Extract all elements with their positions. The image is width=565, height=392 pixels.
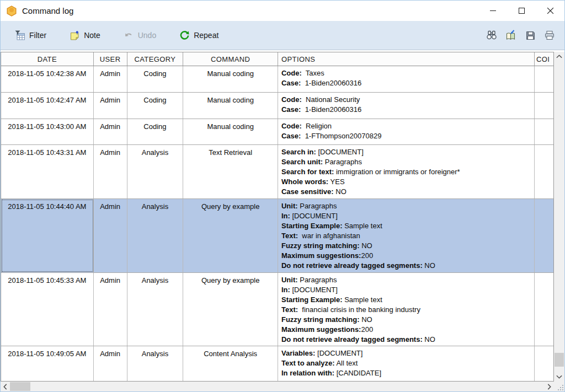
window-title: Command log <box>22 6 73 15</box>
row-computer <box>535 346 553 381</box>
row-options: Search in: [DOCUMENT]Search unit: Paragr… <box>278 145 535 198</box>
close-button[interactable] <box>536 1 564 21</box>
row-category: Coding <box>127 119 184 144</box>
repeat-button[interactable]: Repeat <box>176 28 222 43</box>
chevron-down-icon <box>556 375 562 379</box>
printer-icon <box>544 30 555 41</box>
filter-button[interactable]: Filter <box>12 28 50 43</box>
row-command: Manual coding <box>183 66 278 92</box>
row-category: Analysis <box>127 346 184 381</box>
vertical-scrollbar-thumb[interactable] <box>555 353 564 367</box>
minimize-icon <box>490 10 496 11</box>
titlebar: Command log <box>1 1 564 21</box>
close-icon <box>547 7 554 14</box>
row-options: Code: ReligionCase: 1-FThompson20070829 <box>278 119 535 144</box>
row-computer <box>535 119 553 144</box>
row-category: Coding <box>127 66 184 92</box>
row-computer <box>535 273 553 346</box>
row-command: Manual coding <box>183 119 278 144</box>
row-date: 2018-11-05 10:42:47 AM <box>1 93 94 119</box>
scroll-up-button[interactable] <box>554 52 564 61</box>
filter-label: Filter <box>29 31 46 40</box>
repeat-icon <box>179 30 190 41</box>
undo-label: Undo <box>138 31 156 40</box>
row-date: 2018-11-05 10:44:40 AM <box>1 199 94 272</box>
app-logo-icon <box>6 6 17 17</box>
table-row[interactable]: 2018-11-05 10:43:31 AMAdminAnalysisText … <box>1 145 553 199</box>
column-header-category[interactable]: CATEGORY <box>127 52 184 66</box>
note-label: Note <box>84 31 100 40</box>
chevron-right-icon <box>547 384 551 390</box>
book-import-icon <box>505 30 516 41</box>
column-header-date[interactable]: DATE <box>1 52 94 66</box>
row-date: 2018-11-05 10:49:05 AM <box>1 346 94 381</box>
resize-grip[interactable] <box>554 382 564 391</box>
table-row[interactable]: 2018-11-05 10:44:40 AMAdminAnalysisQuery… <box>1 199 553 273</box>
binoculars-icon <box>486 30 497 41</box>
row-user: Admin <box>94 199 127 272</box>
note-button[interactable]: Note <box>66 28 104 43</box>
column-header-user[interactable]: USER <box>94 52 127 66</box>
column-header-computer[interactable]: COI <box>535 52 553 66</box>
table-row[interactable]: 2018-11-05 10:49:05 AMAdminAnalysisConte… <box>1 346 553 382</box>
toolbar: Filter Note Undo Repeat <box>1 21 564 50</box>
row-computer <box>535 93 553 119</box>
row-computer <box>535 66 553 92</box>
command-log-window: Command log Filter <box>0 0 565 392</box>
row-command: Query by example <box>183 273 278 346</box>
load-log-button[interactable] <box>505 29 517 41</box>
save-button[interactable] <box>524 29 536 41</box>
row-date: 2018-11-05 10:42:38 AM <box>1 66 94 92</box>
table-row[interactable]: 2018-11-05 10:45:33 AMAdminAnalysisQuery… <box>1 273 553 346</box>
find-button[interactable] <box>486 29 498 41</box>
row-command: Content Analysis <box>183 346 278 381</box>
scroll-left-button[interactable] <box>1 382 10 391</box>
row-user: Admin <box>94 66 127 92</box>
row-user: Admin <box>94 93 127 119</box>
maximize-button[interactable] <box>507 1 536 21</box>
row-command: Query by example <box>183 199 278 272</box>
column-header-options[interactable]: OPTIONS <box>278 52 535 66</box>
command-log-table: DATE USER CATEGORY COMMAND OPTIONS COI 2… <box>1 52 554 382</box>
minimize-button[interactable] <box>478 1 507 21</box>
row-user: Admin <box>94 273 127 346</box>
scroll-right-button[interactable] <box>545 382 554 391</box>
row-category: Analysis <box>127 273 184 346</box>
row-computer <box>535 145 553 198</box>
row-command: Manual coding <box>183 93 278 119</box>
row-options: Code: National SecurityCase: 1-Biden2006… <box>278 93 535 119</box>
undo-icon <box>124 30 134 41</box>
horizontal-scrollbar[interactable] <box>1 382 554 391</box>
row-options: Unit: ParagraphsIn: [DOCUMENT]Starting E… <box>278 273 535 346</box>
horizontal-scrollbar-thumb[interactable] <box>10 382 30 391</box>
scroll-down-button[interactable] <box>554 372 564 382</box>
undo-button[interactable]: Undo <box>120 28 159 43</box>
row-date: 2018-11-05 10:43:31 AM <box>1 145 94 198</box>
resize-grip-icon <box>557 384 564 391</box>
row-user: Admin <box>94 346 127 381</box>
chevron-left-icon <box>3 384 7 390</box>
row-date: 2018-11-05 10:43:00 AM <box>1 119 94 144</box>
table-body: 2018-11-05 10:42:38 AMAdminCodingManual … <box>1 66 553 382</box>
row-computer <box>535 199 553 272</box>
maximize-icon <box>519 8 525 14</box>
vertical-scrollbar[interactable] <box>554 52 564 382</box>
table-row[interactable]: 2018-11-05 10:43:00 AMAdminCodingManual … <box>1 119 553 145</box>
save-icon <box>525 30 536 41</box>
repeat-label: Repeat <box>194 31 218 40</box>
table-row[interactable]: 2018-11-05 10:42:47 AMAdminCodingManual … <box>1 93 553 119</box>
row-category: Coding <box>127 93 184 119</box>
row-category: Analysis <box>127 199 184 272</box>
note-icon <box>70 30 80 41</box>
column-header-command[interactable]: COMMAND <box>183 52 278 66</box>
row-command: Text Retrieval <box>183 145 278 198</box>
print-button[interactable] <box>543 29 556 41</box>
chevron-up-icon <box>556 55 562 58</box>
row-options: Code: TaxesCase: 1-Biden20060316 <box>278 66 535 92</box>
row-user: Admin <box>94 145 127 198</box>
row-category: Analysis <box>127 145 184 198</box>
row-user: Admin <box>94 119 127 144</box>
table-row[interactable]: 2018-11-05 10:42:38 AMAdminCodingManual … <box>1 66 553 93</box>
filter-icon <box>15 30 25 41</box>
row-date: 2018-11-05 10:45:33 AM <box>1 273 94 346</box>
